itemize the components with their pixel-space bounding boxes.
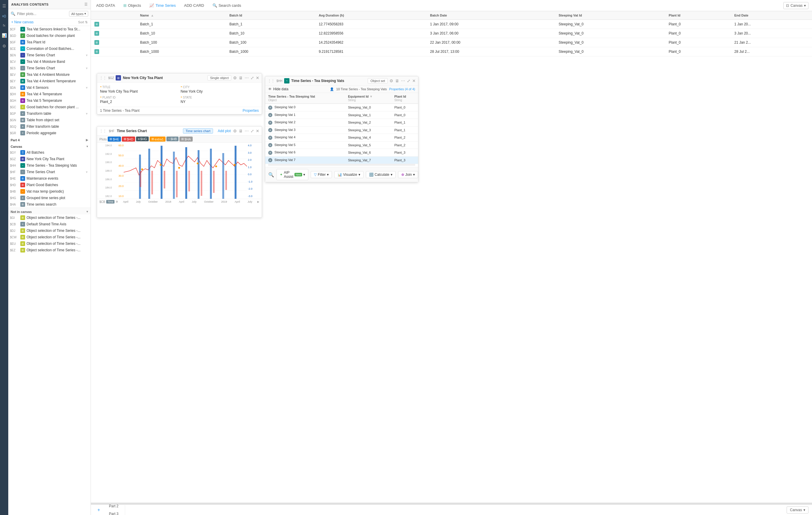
- ts-scrollbar[interactable]: [268, 164, 415, 166]
- ts-settings-icon[interactable]: ⚙: [389, 79, 393, 83]
- more-icon[interactable]: ⋯: [244, 75, 249, 80]
- horizontal-scrollbar[interactable]: [91, 503, 812, 504]
- sidebar-item[interactable]: $HD ⊞ Plant Good Batches: [8, 182, 91, 188]
- sidebar-item[interactable]: $EU ⊞ Object selection of Time Series -.…: [8, 240, 91, 247]
- expand-icon[interactable]: ⤢: [251, 75, 254, 80]
- sidebar-item[interactable]: $DA ⊞ Vat 4 Sensors ▼: [8, 84, 91, 91]
- sidebar-item[interactable]: $CV ~ Tea Vat 4 Moisture Band: [8, 58, 91, 65]
- sidebar-item[interactable]: $GI ⊞ Object selection of Time Series -.…: [8, 214, 91, 221]
- sidebar-item[interactable]: $DH ⊞ Tea Vat 4 Temperature: [8, 91, 91, 97]
- chart-close-icon[interactable]: ✕: [256, 129, 259, 133]
- sidebar-item[interactable]: $GF ⊞ Tea Plant Id: [8, 39, 91, 46]
- chart-expand-icon[interactable]: ⤢: [251, 129, 254, 133]
- aip-assist-button[interactable]: ✦ AIP Assist New ▾: [277, 169, 308, 180]
- not-in-canvas-arrow[interactable]: ▾: [86, 210, 88, 214]
- ts-more-icon[interactable]: ⋯: [401, 79, 405, 83]
- all-types-dropdown[interactable]: All types ▾: [69, 11, 88, 17]
- calculate-button[interactable]: 🔢 Calculate ▾: [366, 171, 396, 178]
- hide-data-btn[interactable]: 👁 Hide data: [268, 87, 288, 91]
- add-plot-button[interactable]: Add plot: [218, 129, 231, 133]
- properties-link[interactable]: Properties: [242, 109, 259, 113]
- screen-icon[interactable]: 🖥: [239, 75, 243, 80]
- filter-input[interactable]: [17, 12, 67, 16]
- ts-search-icon[interactable]: 🔍: [268, 172, 274, 178]
- table-row[interactable]: ⊞ Batch_100 Batch_100 14.2524354962 22 J…: [91, 38, 812, 47]
- chart-settings-icon[interactable]: ⚙: [233, 129, 237, 133]
- ts-table-row[interactable]: A Steeping Vat 3 Steeping_Vat_3 Plant_1: [265, 126, 418, 134]
- sidebar-item[interactable]: $GZ ⊞ New York City Tea Plant: [8, 156, 91, 162]
- filter-button[interactable]: ▽ Filter ▾: [311, 171, 332, 178]
- plot-button[interactable]: ~$HB: [167, 137, 179, 141]
- sort-button[interactable]: Sort ⇅: [78, 20, 88, 24]
- sidebar-item[interactable]: $HE ⊞ Maintenance events: [8, 175, 91, 182]
- join-button[interactable]: ⊕ Join ▾: [398, 171, 418, 178]
- chart-icon[interactable]: 📊: [1, 32, 8, 39]
- sidebar-item[interactable]: $EN ~ Time Series Chart ▼: [8, 52, 91, 58]
- properties-count-link[interactable]: Properties (4 of 4): [389, 87, 415, 91]
- sort-name-icon[interactable]: ▲: [151, 13, 154, 17]
- sidebar-item[interactable]: $HH ~ Time Series - Tea Steeping Vats: [8, 162, 91, 169]
- ts-table-row[interactable]: A Steeping Vat 6 Steeping_Vat_6 Plant_3: [265, 149, 418, 157]
- canvas-button[interactable]: ⊡ Canvas ▾: [783, 2, 809, 9]
- sidebar-item[interactable]: $CB ≡ Default Shared Time Axis: [8, 221, 91, 228]
- ts-table-row[interactable]: A Steeping Vat 7 Steeping_Vat_7 Plant_3: [265, 156, 418, 164]
- footer-tab-part-3[interactable]: Part 3: [103, 510, 125, 515]
- plot-button[interactable]: ⊞extra1: [150, 137, 166, 142]
- function-icon[interactable]: fx: [2, 23, 7, 28]
- sidebar-item[interactable]: $CW ⊞ Object selection of Time Series -.…: [8, 234, 91, 240]
- sidebar-item[interactable]: $EZ ⊞ Object selection of Time Series -.…: [8, 247, 91, 253]
- sidebar-item[interactable]: $HF ~ Time Series Chart ▼: [8, 169, 91, 175]
- plot-button[interactable]: ≡$HG: [136, 137, 149, 141]
- ts-drag-handle[interactable]: ⋮⋮: [268, 79, 275, 83]
- add-card-button[interactable]: ADD CARD: [182, 2, 206, 9]
- table-row[interactable]: ⊞ Batch_10 Batch_10 12.8223958556 3 Jan …: [91, 29, 812, 38]
- sidebar-item[interactable]: $CE ~ Correlation of Good Batches...: [8, 46, 91, 52]
- add-tab-button[interactable]: +: [94, 506, 103, 514]
- ts-table-row[interactable]: A Steeping Vat 1 Steeping_Vat_1 Plant_0: [265, 111, 418, 119]
- chart-drag-handle[interactable]: ⋮⋮: [99, 129, 107, 133]
- add-data-button[interactable]: ADD DATA: [94, 2, 117, 9]
- sidebar-item[interactable]: $GD ✓ Good batches for chosen plant: [8, 32, 91, 39]
- sidebar-item[interactable]: $GY ☰ All Batches: [8, 149, 91, 156]
- ts-expand-icon[interactable]: ⤢: [407, 79, 410, 83]
- sidebar-item[interactable]: $ES ~ Time Series Chart ▼: [8, 65, 91, 71]
- sort-equipment-icon[interactable]: ▼: [370, 95, 373, 98]
- sidebar-item[interactable]: $GQ ≡ Filter transform table: [8, 123, 91, 130]
- new-canvas-button[interactable]: + New canvas: [11, 20, 34, 24]
- variable-icon[interactable]: x(): [1, 13, 7, 19]
- time-series-button[interactable]: 📈 Time Series: [148, 2, 178, 9]
- ts-table-row[interactable]: A Steeping Vat 0 Steeping_Vat_0 Plant_0: [265, 104, 418, 112]
- sidebar-item[interactable]: $HA ⊞ Time series search: [8, 201, 91, 208]
- chart-more-icon[interactable]: ⋯: [244, 129, 249, 133]
- footer-canvas-select[interactable]: Canvas ▾: [787, 507, 809, 514]
- close-icon[interactable]: ✕: [256, 75, 259, 80]
- visualize-button[interactable]: 📊 Visualize ▾: [334, 171, 364, 178]
- settings-icon[interactable]: ⚙: [233, 75, 237, 80]
- scroll-right-icon[interactable]: ▶: [257, 200, 259, 203]
- table-row[interactable]: ⊞ Batch_1 Batch_1 12.7745058283 1 Jan 20…: [91, 20, 812, 29]
- ts-close-icon[interactable]: ✕: [412, 79, 416, 83]
- ts-table-row[interactable]: A Steeping Vat 5 Steeping_Vat_5 Plant_2: [265, 141, 418, 149]
- sidebar-item[interactable]: $GC ≡ Good batches for chosen plant ...: [8, 104, 91, 110]
- sidebar-item[interactable]: $DJ ⊞ Object selection of Time Series -.…: [8, 228, 91, 234]
- sidebar-item[interactable]: $GR ≡ Periodic aggregate: [8, 130, 91, 136]
- plot-button[interactable]: ⊞$HA: [179, 137, 192, 142]
- sidebar-item[interactable]: $HG ≡ Grouped time series plot: [8, 195, 91, 201]
- sidebar-item[interactable]: $GH ⊞ Tea Vat 5 Temperature: [8, 97, 91, 104]
- sidebar-item[interactable]: $GP ≡ Transform table ▼: [8, 110, 91, 117]
- drag-handle[interactable]: ⋮⋮: [99, 76, 107, 80]
- table-row[interactable]: ⊞ Batch_1000 Batch_1000 9.21917128581 28…: [91, 47, 812, 56]
- hamburger-icon[interactable]: ☰: [1, 2, 7, 9]
- ts-table-row[interactable]: A Steeping Vat 4 Steeping_Vat_4 Plant_2: [265, 134, 418, 142]
- time-settings-icon[interactable]: ⚙: [116, 200, 118, 203]
- sidebar-item[interactable]: $EY ⊞ Tea Vat 4 Ambient Temperature: [8, 78, 91, 84]
- search-cards-button[interactable]: 🔍 Search cards: [211, 2, 243, 9]
- settings-icon[interactable]: ⚙: [1, 42, 7, 50]
- plot-button[interactable]: ⊞$HE: [108, 137, 121, 142]
- sidebar-item[interactable]: $EV ⊞ Tea Vat 4 Ambient Moisture: [8, 71, 91, 78]
- part4-arrow[interactable]: ▶: [86, 138, 88, 142]
- ts-screen-icon[interactable]: 🖥: [395, 79, 399, 83]
- chart-screen-icon[interactable]: 🖥: [239, 129, 243, 133]
- sidebar-item[interactable]: $GN ⊞ Table from object set: [8, 117, 91, 123]
- sidebar-item[interactable]: $CF ≡ Tea Vat Sensors linked to Tea St..…: [8, 26, 91, 32]
